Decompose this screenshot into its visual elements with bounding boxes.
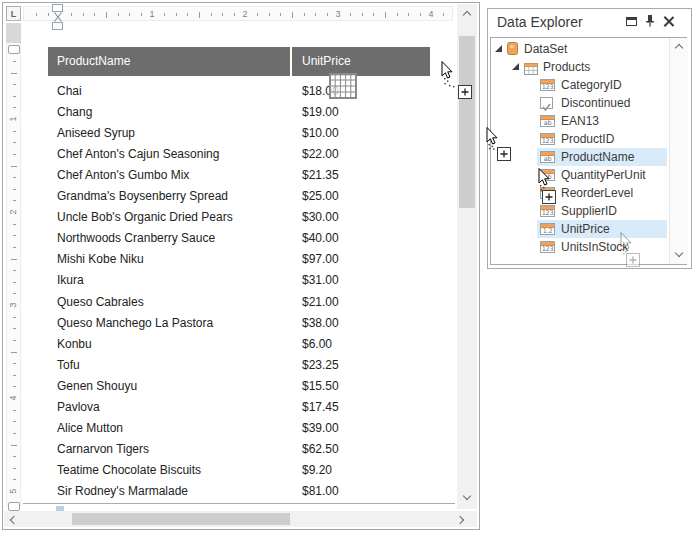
unit-price-cell: $40.00 bbox=[302, 228, 339, 249]
table-row[interactable]: Tofu$23.25 bbox=[48, 355, 430, 376]
field-icon-1.2: 1.2 bbox=[540, 223, 555, 235]
product-name-cell: Konbu bbox=[57, 334, 92, 355]
table-row[interactable]: Ikura$31.00 bbox=[48, 270, 430, 291]
panel-title: Data Explorer bbox=[497, 14, 583, 30]
drag-cursor bbox=[441, 61, 475, 101]
column-grip-bottom[interactable] bbox=[52, 22, 63, 30]
product-name-cell: Alice Mutton bbox=[57, 418, 123, 439]
close-icon[interactable] bbox=[663, 15, 675, 28]
unit-price-cell: $17.45 bbox=[302, 397, 339, 418]
table-row[interactable]: Alice Mutton$39.00 bbox=[48, 418, 430, 439]
h-ruler: 1234 bbox=[23, 6, 453, 21]
tree-item-label: ProductName bbox=[561, 150, 634, 164]
tree-item-discontinued[interactable]: Discontinued bbox=[491, 94, 687, 112]
table-header-unitprice-label: UnitPrice bbox=[302, 47, 351, 76]
product-name-cell: Tofu bbox=[57, 355, 80, 376]
unit-price-cell: $25.00 bbox=[302, 186, 339, 207]
field-icon-123: 123 bbox=[540, 79, 555, 91]
tree-item-label: DataSet bbox=[524, 42, 567, 56]
product-name-cell: Chef Anton's Cajun Seasoning bbox=[57, 144, 219, 165]
scroll-right-icon[interactable] bbox=[456, 516, 464, 524]
unit-price-cell: $21.35 bbox=[302, 165, 339, 186]
unit-price-cell: $81.00 bbox=[302, 481, 339, 502]
ruler-number: 1 bbox=[7, 116, 17, 121]
column-grip-top[interactable] bbox=[52, 4, 63, 12]
product-name-cell: Sir Rodney's Marmalade bbox=[57, 481, 188, 502]
tree-item-supplierid[interactable]: 123SupplierID bbox=[491, 202, 687, 220]
tree-item-label: ReorderLevel bbox=[561, 186, 633, 200]
restore-window-icon[interactable] bbox=[626, 17, 637, 26]
product-name-cell: Ikura bbox=[57, 270, 84, 291]
product-name-cell: Carnarvon Tigers bbox=[57, 439, 149, 460]
product-name-cell: Mishi Kobe Niku bbox=[57, 249, 144, 270]
scroll-down-icon[interactable] bbox=[463, 492, 471, 500]
table-row[interactable]: Queso Cabrales$21.00 bbox=[48, 292, 430, 313]
tree-item-reorderlevel[interactable]: 123ReorderLevel bbox=[491, 184, 687, 202]
pin-icon[interactable] bbox=[645, 14, 655, 28]
table-row[interactable]: Queso Manchego La Pastora$38.00 bbox=[48, 313, 430, 334]
tree-item-label: SupplierID bbox=[561, 204, 617, 218]
table-header-unitprice[interactable]: UnitPrice bbox=[292, 47, 430, 76]
table-row[interactable]: Grandma's Boysenberry Spread$25.00 bbox=[48, 186, 430, 207]
field-icon-glyph: ab bbox=[541, 120, 554, 127]
expander-icon[interactable] bbox=[495, 45, 502, 52]
ruler-number: 2 bbox=[7, 209, 17, 214]
drag-cursor bbox=[486, 127, 514, 163]
tree-item-productid[interactable]: 123ProductID bbox=[491, 130, 687, 148]
table-row[interactable]: Konbu$6.00 bbox=[48, 334, 430, 355]
h-scrollbar[interactable] bbox=[4, 511, 477, 527]
field-icon-glyph: 123 bbox=[541, 84, 554, 91]
unit-price-cell: $30.00 bbox=[302, 207, 339, 228]
table-row[interactable]: Teatime Chocolate Biscuits$9.20 bbox=[48, 460, 430, 481]
band-top-handle[interactable] bbox=[8, 45, 20, 54]
band-bottom-handle[interactable] bbox=[8, 502, 20, 511]
table-row[interactable]: Chef Anton's Gumbo Mix$21.35 bbox=[48, 165, 430, 186]
unit-price-cell: $38.00 bbox=[302, 313, 339, 334]
unit-price-cell: $39.00 bbox=[302, 418, 339, 439]
tree-item-label: UnitsInStock bbox=[561, 240, 628, 254]
h-scrollbar-thumb[interactable] bbox=[72, 513, 290, 525]
table-row[interactable]: Chang$19.00 bbox=[48, 102, 430, 123]
table-row[interactable]: Sir Rodney's Marmalade$81.00 bbox=[48, 481, 430, 502]
drag-cursor-faded bbox=[620, 232, 644, 270]
tree-item-quantityperunit[interactable]: abQuantityPerUnit bbox=[491, 166, 687, 184]
v-ruler: 12345 bbox=[6, 23, 21, 506]
tree-scrollbar[interactable] bbox=[669, 38, 688, 264]
table-row[interactable]: Uncle Bob's Organic Dried Pears$30.00 bbox=[48, 207, 430, 228]
table-row[interactable]: Pavlova$17.45 bbox=[48, 397, 430, 418]
tree-item-unitsinstock[interactable]: 123UnitsInStock bbox=[491, 238, 687, 256]
tree-item-productname[interactable]: abProductName bbox=[491, 148, 687, 166]
table-header-productname[interactable]: ProductName bbox=[48, 47, 290, 76]
scroll-left-icon[interactable] bbox=[10, 516, 18, 524]
product-name-cell: Queso Manchego La Pastora bbox=[57, 313, 213, 334]
database-icon bbox=[507, 42, 518, 55]
table-row[interactable]: Chef Anton's Cajun Seasoning$22.00 bbox=[48, 144, 430, 165]
tree-item-categoryid[interactable]: 123CategoryID bbox=[491, 76, 687, 94]
table-row[interactable]: Northwoods Cranberry Sauce$40.00 bbox=[48, 228, 430, 249]
tree-item-products[interactable]: Products bbox=[491, 58, 687, 76]
table-row[interactable]: Carnarvon Tigers$62.50 bbox=[48, 439, 430, 460]
table-row[interactable]: Mishi Kobe Niku$97.00 bbox=[48, 249, 430, 270]
ruler-corner-button[interactable]: L bbox=[6, 6, 21, 21]
column-grip-x-icon[interactable] bbox=[54, 12, 62, 22]
table-row[interactable]: Chai$18.00 bbox=[48, 81, 430, 102]
table-row[interactable]: Genen Shouyu$15.50 bbox=[48, 376, 430, 397]
tree-item-ean13[interactable]: abEAN13 bbox=[491, 112, 687, 130]
tree-scroll-down-icon[interactable] bbox=[675, 249, 683, 257]
field-icon-123: 123 bbox=[540, 205, 555, 217]
tree-item-label: QuantityPerUnit bbox=[561, 168, 646, 182]
ruler-number: 3 bbox=[7, 302, 17, 307]
product-name-cell: Genen Shouyu bbox=[57, 376, 137, 397]
table-row[interactable]: Aniseed Syrup$10.00 bbox=[48, 123, 430, 144]
field-icon-ab: ab bbox=[540, 115, 555, 127]
scroll-up-icon[interactable] bbox=[463, 11, 471, 19]
expander-icon[interactable] bbox=[512, 63, 519, 70]
field-icon-glyph: 123 bbox=[541, 246, 554, 253]
product-name-cell: Chang bbox=[57, 102, 92, 123]
tree-item-unitprice[interactable]: 1.2UnitPrice bbox=[491, 220, 687, 238]
unit-price-cell: $19.00 bbox=[302, 102, 339, 123]
tree-item-dataset[interactable]: DataSet bbox=[491, 40, 687, 58]
unit-price-cell: $23.25 bbox=[302, 355, 339, 376]
product-name-cell: Aniseed Syrup bbox=[57, 123, 135, 144]
tree-scroll-up-icon[interactable] bbox=[675, 44, 683, 52]
